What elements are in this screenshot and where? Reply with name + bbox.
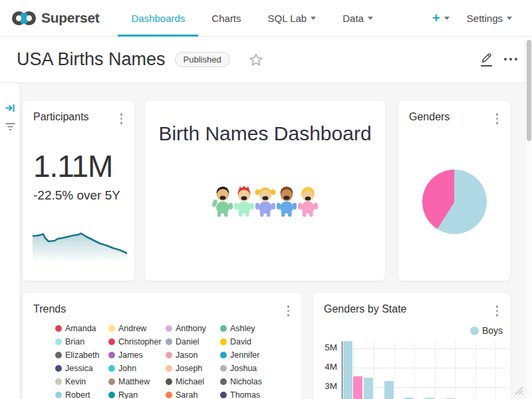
legend-label: Jason: [176, 350, 198, 360]
legend-item[interactable]: Amanda: [55, 325, 108, 332]
new-item-button[interactable]: +: [432, 11, 450, 26]
genders-card: Genders: [398, 100, 511, 281]
legend-item[interactable]: Joshua: [220, 364, 284, 372]
kebab-menu-icon[interactable]: [118, 111, 126, 126]
bar-girls[interactable]: [353, 376, 362, 399]
kebab-menu-icon[interactable]: [285, 303, 293, 319]
participants-card: Participants 1.11M -22.5% over 5Y: [22, 100, 135, 281]
legend-item[interactable]: Michael: [166, 378, 220, 386]
legend-swatch: [220, 352, 227, 358]
big-number-subheader: -22.5% over 5Y: [33, 188, 120, 203]
gridline: [475, 341, 476, 399]
filter-bar-collapsed: [0, 83, 20, 399]
legend-label: Matthew: [118, 377, 150, 386]
card-title: Trends: [33, 303, 66, 315]
brand-name: Superset: [41, 10, 99, 26]
legend-item[interactable]: Jennifer: [220, 351, 284, 359]
y-axis-tick-label: 3M: [313, 381, 337, 391]
legend-swatch: [166, 338, 172, 345]
vertical-scrollbar[interactable]: [525, 37, 532, 399]
legend-item[interactable]: Joseph: [166, 364, 220, 372]
legend-swatch: [220, 365, 227, 372]
legend-item[interactable]: Ryan: [108, 391, 166, 399]
legend-item[interactable]: Daniel: [166, 338, 220, 346]
legend-item[interactable]: John: [108, 364, 166, 372]
legend-swatch: [108, 325, 115, 332]
markdown-card: Birth Names Dashboard: [144, 100, 386, 281]
legend-label: Elizabeth: [65, 350, 99, 360]
nav-sql-lab[interactable]: SQL Lab: [255, 0, 330, 37]
nav-charts[interactable]: Charts: [198, 0, 254, 37]
scrollbar-thumb[interactable]: [527, 40, 531, 141]
gridline: [495, 341, 496, 399]
five-children-illustration: [212, 186, 319, 218]
legend-swatch: [55, 392, 62, 398]
card-title: Genders by State: [324, 303, 407, 315]
page-title: USA Births Names: [17, 49, 166, 70]
gridline: [455, 341, 456, 399]
legend-label: John: [118, 364, 136, 373]
trends-legend: AmandaAndrewAnthonyAshleyBrianChristophe…: [55, 325, 284, 399]
more-actions-icon[interactable]: [504, 58, 517, 62]
legend-label: James: [118, 350, 143, 360]
nav-sql-lab-label: SQL Lab: [268, 13, 307, 24]
legend-label: Anthony: [176, 324, 206, 333]
legend-swatch: [220, 392, 227, 398]
legend-item[interactable]: Ashley: [220, 325, 284, 332]
legend-swatch: [166, 365, 172, 372]
gridline: [394, 341, 395, 399]
bar-boys[interactable]: [364, 378, 373, 399]
main-nav: Dashboards Charts SQL Lab Data: [118, 0, 386, 37]
filter-icon[interactable]: [5, 121, 16, 135]
edit-dashboard-icon[interactable]: [481, 53, 492, 66]
superset-infinity-icon: [12, 9, 36, 27]
plus-icon: +: [432, 11, 440, 26]
resize-handle-icon[interactable]: [511, 383, 523, 398]
genders-pie[interactable]: [422, 170, 487, 234]
chevron-down-icon: [507, 17, 512, 20]
navbar-right: + Settings: [432, 11, 532, 26]
expand-filters-icon[interactable]: [5, 102, 16, 116]
bar-boys[interactable]: [343, 341, 352, 399]
legend-item[interactable]: David: [220, 338, 284, 346]
legend-item[interactable]: Jessica: [55, 364, 108, 372]
published-badge[interactable]: Published: [175, 52, 230, 67]
legend-item[interactable]: Sarah: [166, 391, 220, 399]
legend-item[interactable]: Nicholas: [220, 378, 284, 386]
legend-label: Robert: [65, 390, 90, 399]
legend-item[interactable]: Christopher: [108, 338, 166, 346]
legend-label: Nicholas: [230, 377, 262, 386]
legend-item[interactable]: Thomas: [220, 391, 284, 399]
nav-data[interactable]: Data: [329, 0, 386, 37]
superset-logo[interactable]: Superset: [0, 9, 99, 27]
favorite-star-icon[interactable]: [249, 53, 263, 67]
bar-chart-plot: [342, 341, 507, 399]
legend-item[interactable]: Brian: [55, 338, 108, 346]
bar-boys[interactable]: [384, 381, 394, 399]
legend-item[interactable]: Kevin: [55, 378, 108, 386]
gridline: [414, 341, 415, 399]
nav-data-label: Data: [342, 13, 364, 24]
legend-item[interactable]: James: [108, 351, 166, 359]
legend-item[interactable]: Matthew: [108, 378, 166, 386]
legend-item[interactable]: Jason: [166, 351, 220, 359]
legend-item[interactable]: Anthony: [166, 325, 220, 332]
legend-label: Ashley: [230, 324, 255, 333]
legend-swatch: [220, 378, 227, 385]
legend-item[interactable]: Elizabeth: [55, 351, 108, 359]
legend-item[interactable]: Andrew: [108, 325, 166, 332]
nav-dashboards[interactable]: Dashboards: [118, 0, 198, 37]
legend-label: Christopher: [118, 337, 162, 346]
kebab-menu-icon[interactable]: [493, 111, 501, 126]
legend-swatch: [108, 365, 115, 372]
legend-label: Kevin: [65, 377, 86, 386]
legend-item-boys[interactable]: Boys: [470, 325, 503, 336]
y-axis-tick-label: 4M: [313, 362, 337, 372]
legend-swatch: [55, 338, 62, 345]
settings-label: Settings: [467, 13, 503, 24]
legend-label: Jessica: [65, 364, 93, 373]
kebab-menu-icon[interactable]: [493, 303, 501, 319]
settings-menu[interactable]: Settings: [467, 13, 512, 24]
legend-swatch: [55, 325, 62, 332]
legend-item[interactable]: Robert: [55, 391, 108, 399]
